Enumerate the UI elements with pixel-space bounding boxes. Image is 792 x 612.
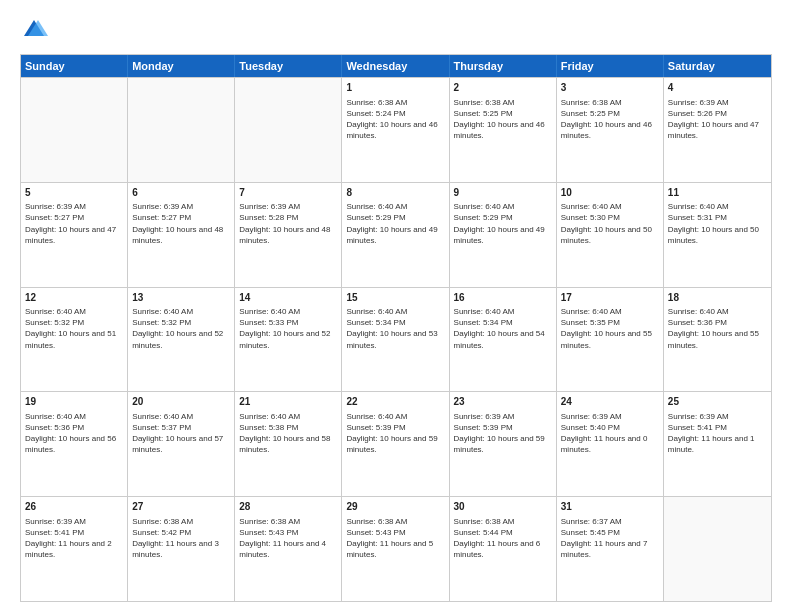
header-day-wednesday: Wednesday [342,55,449,77]
calendar-cell: 27Sunrise: 6:38 AMSunset: 5:42 PMDayligh… [128,497,235,601]
calendar-cell: 17Sunrise: 6:40 AMSunset: 5:35 PMDayligh… [557,288,664,392]
day-number: 25 [668,395,767,409]
header-day-monday: Monday [128,55,235,77]
day-number: 28 [239,500,337,514]
day-info: Sunrise: 6:39 AMSunset: 5:26 PMDaylight:… [668,97,767,142]
calendar-header-row: SundayMondayTuesdayWednesdayThursdayFrid… [21,55,771,77]
day-number: 21 [239,395,337,409]
day-number: 2 [454,81,552,95]
day-number: 12 [25,291,123,305]
calendar-cell: 26Sunrise: 6:39 AMSunset: 5:41 PMDayligh… [21,497,128,601]
day-info: Sunrise: 6:38 AMSunset: 5:25 PMDaylight:… [454,97,552,142]
calendar-cell: 23Sunrise: 6:39 AMSunset: 5:39 PMDayligh… [450,392,557,496]
calendar-body: 1Sunrise: 6:38 AMSunset: 5:24 PMDaylight… [21,77,771,601]
header [20,16,772,44]
calendar-cell [21,78,128,182]
calendar-cell: 30Sunrise: 6:38 AMSunset: 5:44 PMDayligh… [450,497,557,601]
calendar-week-2: 5Sunrise: 6:39 AMSunset: 5:27 PMDaylight… [21,182,771,287]
calendar-week-3: 12Sunrise: 6:40 AMSunset: 5:32 PMDayligh… [21,287,771,392]
calendar-cell: 11Sunrise: 6:40 AMSunset: 5:31 PMDayligh… [664,183,771,287]
calendar-week-4: 19Sunrise: 6:40 AMSunset: 5:36 PMDayligh… [21,391,771,496]
day-info: Sunrise: 6:37 AMSunset: 5:45 PMDaylight:… [561,516,659,561]
calendar-cell: 16Sunrise: 6:40 AMSunset: 5:34 PMDayligh… [450,288,557,392]
day-number: 7 [239,186,337,200]
day-number: 26 [25,500,123,514]
calendar-cell: 5Sunrise: 6:39 AMSunset: 5:27 PMDaylight… [21,183,128,287]
day-info: Sunrise: 6:39 AMSunset: 5:27 PMDaylight:… [132,201,230,246]
day-info: Sunrise: 6:39 AMSunset: 5:28 PMDaylight:… [239,201,337,246]
day-info: Sunrise: 6:40 AMSunset: 5:31 PMDaylight:… [668,201,767,246]
day-info: Sunrise: 6:40 AMSunset: 5:36 PMDaylight:… [25,411,123,456]
day-info: Sunrise: 6:39 AMSunset: 5:41 PMDaylight:… [668,411,767,456]
calendar-cell: 2Sunrise: 6:38 AMSunset: 5:25 PMDaylight… [450,78,557,182]
logo-icon [20,16,48,44]
calendar-cell: 10Sunrise: 6:40 AMSunset: 5:30 PMDayligh… [557,183,664,287]
calendar-cell: 4Sunrise: 6:39 AMSunset: 5:26 PMDaylight… [664,78,771,182]
day-info: Sunrise: 6:38 AMSunset: 5:43 PMDaylight:… [239,516,337,561]
calendar-cell: 19Sunrise: 6:40 AMSunset: 5:36 PMDayligh… [21,392,128,496]
day-info: Sunrise: 6:40 AMSunset: 5:33 PMDaylight:… [239,306,337,351]
calendar-cell: 25Sunrise: 6:39 AMSunset: 5:41 PMDayligh… [664,392,771,496]
day-number: 17 [561,291,659,305]
day-number: 18 [668,291,767,305]
day-number: 30 [454,500,552,514]
day-info: Sunrise: 6:38 AMSunset: 5:42 PMDaylight:… [132,516,230,561]
calendar-cell: 9Sunrise: 6:40 AMSunset: 5:29 PMDaylight… [450,183,557,287]
calendar-cell: 24Sunrise: 6:39 AMSunset: 5:40 PMDayligh… [557,392,664,496]
day-info: Sunrise: 6:38 AMSunset: 5:44 PMDaylight:… [454,516,552,561]
day-number: 16 [454,291,552,305]
calendar-cell: 22Sunrise: 6:40 AMSunset: 5:39 PMDayligh… [342,392,449,496]
day-info: Sunrise: 6:40 AMSunset: 5:29 PMDaylight:… [346,201,444,246]
header-day-friday: Friday [557,55,664,77]
day-info: Sunrise: 6:40 AMSunset: 5:34 PMDaylight:… [346,306,444,351]
day-number: 19 [25,395,123,409]
calendar-cell [128,78,235,182]
day-info: Sunrise: 6:40 AMSunset: 5:36 PMDaylight:… [668,306,767,351]
calendar-cell [664,497,771,601]
calendar-cell: 31Sunrise: 6:37 AMSunset: 5:45 PMDayligh… [557,497,664,601]
calendar-cell [235,78,342,182]
day-number: 22 [346,395,444,409]
day-info: Sunrise: 6:39 AMSunset: 5:27 PMDaylight:… [25,201,123,246]
calendar-week-1: 1Sunrise: 6:38 AMSunset: 5:24 PMDaylight… [21,77,771,182]
day-number: 29 [346,500,444,514]
day-number: 20 [132,395,230,409]
day-number: 15 [346,291,444,305]
calendar-cell: 12Sunrise: 6:40 AMSunset: 5:32 PMDayligh… [21,288,128,392]
day-info: Sunrise: 6:40 AMSunset: 5:32 PMDaylight:… [25,306,123,351]
day-number: 23 [454,395,552,409]
calendar-cell: 7Sunrise: 6:39 AMSunset: 5:28 PMDaylight… [235,183,342,287]
day-number: 6 [132,186,230,200]
day-info: Sunrise: 6:40 AMSunset: 5:39 PMDaylight:… [346,411,444,456]
header-day-sunday: Sunday [21,55,128,77]
calendar-cell: 29Sunrise: 6:38 AMSunset: 5:43 PMDayligh… [342,497,449,601]
day-info: Sunrise: 6:40 AMSunset: 5:29 PMDaylight:… [454,201,552,246]
calendar-cell: 15Sunrise: 6:40 AMSunset: 5:34 PMDayligh… [342,288,449,392]
day-info: Sunrise: 6:40 AMSunset: 5:32 PMDaylight:… [132,306,230,351]
header-day-tuesday: Tuesday [235,55,342,77]
calendar-cell: 18Sunrise: 6:40 AMSunset: 5:36 PMDayligh… [664,288,771,392]
calendar-cell: 28Sunrise: 6:38 AMSunset: 5:43 PMDayligh… [235,497,342,601]
day-number: 27 [132,500,230,514]
day-number: 5 [25,186,123,200]
day-number: 10 [561,186,659,200]
calendar-cell: 3Sunrise: 6:38 AMSunset: 5:25 PMDaylight… [557,78,664,182]
day-info: Sunrise: 6:40 AMSunset: 5:34 PMDaylight:… [454,306,552,351]
logo [20,16,52,44]
day-info: Sunrise: 6:38 AMSunset: 5:43 PMDaylight:… [346,516,444,561]
day-info: Sunrise: 6:40 AMSunset: 5:37 PMDaylight:… [132,411,230,456]
calendar-cell: 8Sunrise: 6:40 AMSunset: 5:29 PMDaylight… [342,183,449,287]
calendar: SundayMondayTuesdayWednesdayThursdayFrid… [20,54,772,602]
day-number: 1 [346,81,444,95]
day-number: 24 [561,395,659,409]
header-day-thursday: Thursday [450,55,557,77]
day-info: Sunrise: 6:38 AMSunset: 5:24 PMDaylight:… [346,97,444,142]
day-number: 4 [668,81,767,95]
calendar-cell: 1Sunrise: 6:38 AMSunset: 5:24 PMDaylight… [342,78,449,182]
day-info: Sunrise: 6:40 AMSunset: 5:35 PMDaylight:… [561,306,659,351]
calendar-cell: 20Sunrise: 6:40 AMSunset: 5:37 PMDayligh… [128,392,235,496]
page: SundayMondayTuesdayWednesdayThursdayFrid… [0,0,792,612]
day-info: Sunrise: 6:39 AMSunset: 5:41 PMDaylight:… [25,516,123,561]
calendar-cell: 14Sunrise: 6:40 AMSunset: 5:33 PMDayligh… [235,288,342,392]
header-day-saturday: Saturday [664,55,771,77]
